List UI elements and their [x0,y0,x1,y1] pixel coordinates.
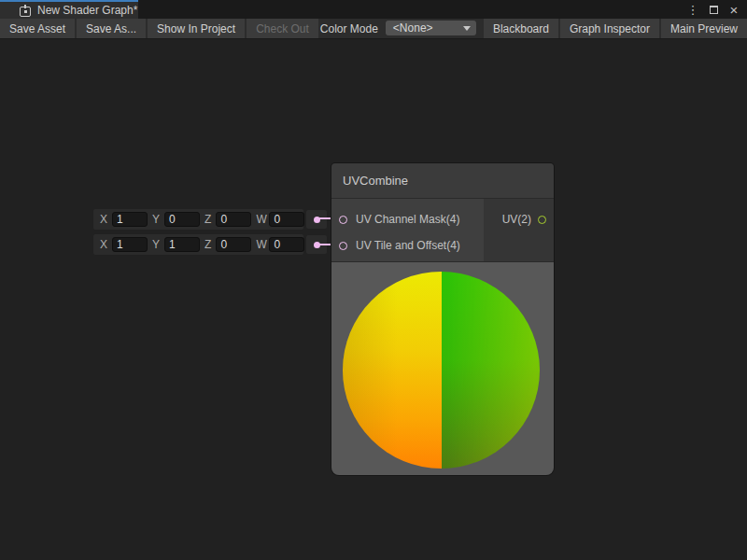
node-body: UV Channel Mask(4) UV Tile and Offset(4)… [331,199,554,261]
color-mode-label: Color Mode [320,19,386,38]
z-field[interactable] [216,212,251,227]
check-out-button: Check Out [247,19,318,38]
output-port-icon[interactable] [538,216,546,224]
y-label: Y [152,213,160,226]
maximize-icon[interactable] [706,2,721,17]
graph-canvas[interactable]: X Y Z W X Y Z W [0,40,747,560]
vector4-widget-2: X Y Z W [93,234,303,255]
z-label: Z [204,238,211,251]
node-inputs: UV Channel Mask(4) UV Tile and Offset(4) [331,199,484,261]
x-label: X [100,238,107,251]
x-field[interactable] [112,212,148,227]
vector4-output-port-1[interactable] [306,210,327,229]
output-label: UV(2) [502,213,531,226]
blackboard-button[interactable]: Blackboard [484,19,558,38]
node-title: UVCombine [343,174,408,188]
input-port-icon[interactable] [339,216,347,224]
input-label: UV Channel Mask(4) [356,213,459,226]
save-as-button[interactable]: Save As... [77,19,146,38]
main-preview-button[interactable]: Main Preview [661,19,747,38]
chevron-down-icon [463,26,471,31]
tab-bar: New Shader Graph* ⋮ × [0,0,747,19]
color-mode-dropdown[interactable]: <None> [386,21,476,35]
show-in-project-button[interactable]: Show In Project [148,19,245,38]
preview-sphere-right-half [442,272,541,469]
node-uvcombine[interactable]: UVCombine UV Channel Mask(4) UV Tile and… [331,163,554,475]
x-label: X [100,213,107,226]
input-row-uv-channel-mask: UV Channel Mask(4) [331,206,484,232]
save-asset-button[interactable]: Save Asset [0,19,75,38]
close-icon[interactable]: × [726,2,741,17]
w-label: W [256,213,264,226]
y-label: Y [152,238,160,251]
node-header[interactable]: UVCombine [331,163,554,199]
y-field[interactable] [164,212,200,227]
z-field[interactable] [216,237,251,252]
w-field[interactable] [269,237,304,252]
x-field[interactable] [112,237,148,252]
tab-title: New Shader Graph* [37,4,137,17]
input-port-icon[interactable] [339,242,347,250]
input-row-uv-tile-offset: UV Tile and Offset(4) [331,232,484,259]
vector4-widget-1: X Y Z W [93,209,303,230]
output-row-uv: UV(2) [484,206,554,232]
node-outputs: UV(2) [484,199,554,261]
menu-icon[interactable]: ⋮ [685,2,700,17]
shader-graph-icon [20,5,32,17]
preview-sphere-left-half [343,272,442,469]
tab-new-shader-graph[interactable]: New Shader Graph* [0,0,138,19]
y-field[interactable] [164,237,200,252]
w-field[interactable] [269,212,304,227]
color-mode-value: <None> [393,21,433,35]
toolbar: Save Asset Save As... Show In Project Ch… [0,19,747,39]
w-label: W [256,238,264,251]
node-preview [331,261,554,475]
shader-graph-window: New Shader Graph* ⋮ × Save Asset Save As… [0,0,747,560]
window-controls: ⋮ × [685,0,747,19]
preview-sphere [343,272,540,469]
input-label: UV Tile and Offset(4) [356,239,460,252]
z-label: Z [204,213,211,226]
graph-inspector-button[interactable]: Graph Inspector [560,19,659,38]
